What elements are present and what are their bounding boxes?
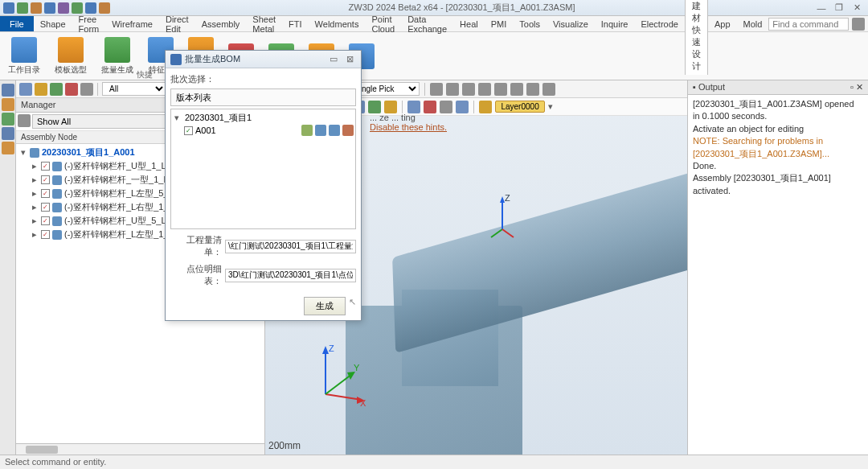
path2-input[interactable]	[225, 269, 356, 282]
vp-tb2-icon[interactable]	[456, 101, 469, 113]
mgr-tb-icon[interactable]	[35, 83, 47, 96]
action-icon[interactable]	[315, 125, 326, 136]
orbit-icon[interactable]	[430, 83, 443, 96]
action-icon[interactable]	[301, 125, 313, 136]
expand-icon[interactable]: ▸	[31, 229, 39, 240]
folder-icon	[11, 37, 37, 63]
menu-inquire[interactable]: Inquire	[595, 17, 635, 31]
checkbox[interactable]	[41, 175, 50, 184]
maximize-icon[interactable]: ❐	[831, 2, 847, 14]
vp-tb2-icon[interactable]	[440, 101, 452, 113]
ribbon-batch[interactable]: 批量生成	[98, 34, 137, 78]
menu-mold[interactable]: Mold	[737, 17, 769, 31]
menu-shape[interactable]: Shape	[34, 17, 72, 31]
expand-icon[interactable]: ▸	[31, 161, 39, 171]
vp-tb-icon[interactable]	[494, 83, 507, 96]
expand-icon[interactable]: ▸	[31, 216, 39, 226]
ribbon: 工作目录 模板选型 批量生成 特征码 产品信	[0, 32, 868, 80]
scrollbar-thumb[interactable]	[26, 446, 58, 454]
vp-tb-icon[interactable]	[510, 83, 523, 96]
close-icon[interactable]: ✕	[849, 2, 865, 14]
redo-icon[interactable]	[58, 2, 69, 14]
generate-button[interactable]: 生成	[304, 297, 346, 315]
dlg-tree-item[interactable]: A001	[173, 125, 218, 136]
menu-heal[interactable]: Heal	[453, 17, 485, 31]
action-icon[interactable]	[342, 125, 354, 136]
bom-dialog: 批量生成BOM ▭ ⊠ 批次选择： 版本列表 ▾ 20230301_项目1 A0…	[165, 50, 362, 321]
vp-tb-icon[interactable]	[542, 83, 555, 96]
action-icon[interactable]	[329, 125, 340, 136]
version-list-header: 版本列表	[170, 88, 356, 106]
menu-visualize[interactable]: Visualize	[547, 17, 595, 31]
menu-wireframe[interactable]: Wireframe	[105, 17, 159, 31]
minimize-icon[interactable]: —	[813, 2, 829, 14]
part-icon	[52, 203, 62, 212]
menu-app[interactable]: App	[708, 17, 737, 31]
file-menu[interactable]: File	[0, 16, 34, 31]
horizontal-scrollbar[interactable]	[16, 443, 264, 455]
vp-tb2-icon[interactable]	[384, 101, 397, 113]
expand-icon[interactable]: ▾	[174, 113, 182, 123]
vp-tb-icon[interactable]	[526, 83, 539, 96]
checkbox[interactable]	[41, 189, 50, 198]
strip-icon[interactable]	[2, 98, 14, 111]
mgr-tb-icon[interactable]	[65, 83, 78, 96]
display-mode-icon[interactable]	[407, 101, 420, 113]
strip-icon[interactable]	[2, 84, 14, 97]
menu-fti[interactable]: FTI	[282, 17, 309, 31]
checkbox[interactable]	[41, 203, 50, 212]
output-panel: ▪ Output ▫ ✕ [20230301_项目1_A001.Z3ASM] o…	[687, 80, 868, 455]
dialog-titlebar[interactable]: 批量生成BOM ▭ ⊠	[166, 51, 361, 68]
layer-selector[interactable]: Layer0000	[495, 101, 544, 113]
menu-active-tab[interactable]: 红门建材快速设计	[685, 0, 708, 75]
filter-all-select[interactable]: All	[102, 82, 166, 96]
checkbox[interactable]	[41, 230, 50, 239]
menu-sheetmetal[interactable]: Sheet Metal	[246, 12, 282, 36]
pan-icon[interactable]	[446, 83, 459, 96]
menu-pmi[interactable]: PMI	[485, 17, 514, 31]
dialog-close-icon[interactable]: ⊠	[343, 54, 356, 64]
menu-pointcloud[interactable]: Point Cloud	[365, 12, 401, 36]
save-icon[interactable]	[17, 2, 28, 14]
strip-icon[interactable]	[2, 127, 14, 140]
zoom-icon[interactable]	[462, 83, 475, 96]
open-icon[interactable]	[31, 2, 42, 14]
left-tool-strip	[0, 80, 16, 455]
dlg-tree-root[interactable]: ▾ 20230301_项目1	[173, 111, 354, 125]
menu-dataexchange[interactable]: Data Exchange	[401, 12, 453, 36]
dialog-collapse-icon[interactable]: ▭	[327, 54, 340, 64]
ribbon-workdir[interactable]: 工作目录	[5, 34, 43, 78]
path1-input[interactable]	[225, 240, 356, 253]
checkbox[interactable]	[184, 126, 193, 135]
mgr-tb-icon[interactable]	[80, 83, 93, 96]
expand-icon[interactable]: ▸	[31, 175, 39, 185]
undo-icon[interactable]	[44, 2, 55, 14]
ribbon-template[interactable]: 模板选型	[51, 34, 90, 78]
checkbox[interactable]	[41, 162, 50, 171]
checkbox[interactable]	[41, 216, 50, 225]
vp-tb2-icon[interactable]	[368, 101, 381, 113]
strip-icon[interactable]	[2, 142, 14, 154]
light-icon[interactable]	[479, 101, 492, 113]
menu-directedit[interactable]: Direct Edit	[159, 12, 195, 36]
fit-icon[interactable]	[478, 83, 491, 96]
strip-icon[interactable]	[2, 113, 14, 125]
vp-tb2-icon[interactable]	[424, 101, 436, 113]
mgr-tb-icon[interactable]	[19, 83, 32, 96]
menu-tools[interactable]: Tools	[513, 17, 547, 31]
menu-assembly[interactable]: Assembly	[195, 17, 247, 31]
expand-icon[interactable]: ▸	[31, 188, 39, 199]
mgr-tb-icon[interactable]	[50, 83, 63, 96]
expand-icon[interactable]: ▸	[31, 202, 39, 212]
command-search-input[interactable]	[768, 18, 849, 31]
filter-icon[interactable]	[18, 114, 31, 127]
menu-electrode[interactable]: Electrode	[634, 17, 684, 31]
search-icon[interactable]	[852, 18, 865, 31]
qat-icon[interactable]	[3, 2, 14, 14]
scale-indicator: 200mm	[268, 440, 301, 451]
menu-freeform[interactable]: Free Form	[72, 12, 106, 36]
panel-controls[interactable]: ▫ ✕	[850, 82, 863, 93]
menu-weldments[interactable]: Weldments	[309, 17, 366, 31]
model-beam	[392, 130, 687, 353]
expand-icon[interactable]: ▾	[19, 147, 27, 158]
